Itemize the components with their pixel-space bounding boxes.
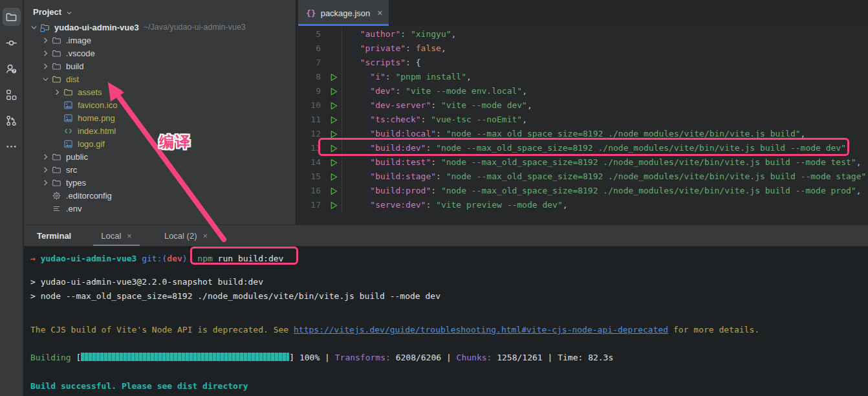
image-file-icon	[63, 138, 75, 149]
tree-item-env[interactable]: .env	[24, 202, 296, 215]
code-line[interactable]: 11 "ts:check": "vue-tsc --noEmit",	[296, 113, 868, 127]
run-script-icon[interactable]	[326, 84, 342, 98]
chevron-right-icon[interactable]	[41, 61, 52, 71]
chevron-right-icon[interactable]	[41, 35, 52, 45]
run-script-icon[interactable]	[326, 184, 342, 198]
tree-item-image[interactable]: .image	[24, 34, 296, 47]
chevron-right-icon[interactable]	[52, 87, 63, 97]
project-panel: Project yudao-ui-admin-vue3 ~/Java/yudao…	[24, 0, 296, 225]
project-tree: yudao-ui-admin-vue3 ~/Java/yudao-ui-admi…	[24, 21, 296, 215]
json-file-icon: {}	[306, 8, 316, 18]
terminal-progress-line: Building [] 100% | Transforms: 6208/6206…	[30, 351, 613, 365]
chevron-down-icon	[65, 9, 73, 17]
run-script-icon[interactable]	[326, 70, 342, 84]
tree-item-public[interactable]: public	[24, 150, 296, 163]
run-script-icon[interactable]	[326, 155, 342, 170]
version-control-tool-icon[interactable]	[3, 111, 21, 129]
folder-icon	[52, 48, 63, 58]
project-root-icon	[40, 22, 52, 32]
editor-area: {} package.json × 5 "author": "xingyu", …	[296, 0, 868, 225]
code-line[interactable]: 17 "serve:dev": "vite preview --mode dev…	[296, 198, 868, 212]
folder-icon	[52, 164, 63, 175]
code-line[interactable]: 14 "build:test": "node --max_old_space_s…	[296, 155, 868, 170]
code-line[interactable]: 5 "author": "xingyu",	[296, 27, 868, 41]
terminal-success-line: Build successful. Please see dist direct…	[30, 379, 248, 393]
folder-icon	[52, 177, 63, 188]
editor-tab-package-json[interactable]: {} package.json ×	[298, 0, 389, 26]
chevron-down-icon[interactable]	[29, 22, 40, 32]
tree-item-src[interactable]: src	[24, 163, 296, 176]
chevron-right-icon[interactable]	[41, 164, 52, 175]
run-script-icon[interactable]	[326, 170, 342, 184]
run-script-icon[interactable]	[326, 198, 342, 212]
html-file-icon	[63, 126, 75, 136]
code-editor[interactable]: 5 "author": "xingyu", 6 "private": false…	[296, 26, 868, 225]
tree-item-root[interactable]: yudao-ui-admin-vue3 ~/Java/yudao-ui-admi…	[24, 21, 296, 34]
activity-bar	[0, 0, 23, 396]
code-line[interactable]: 15 "build:stage": "node --max_old_space_…	[296, 170, 868, 184]
terminal-output-line: > yudao-ui-admin-vue3@2.2.0-snapshot bui…	[30, 275, 263, 289]
terminal-command-npm: npm	[192, 254, 212, 263]
tree-item-assets[interactable]: assets	[24, 85, 296, 98]
image-file-icon	[63, 100, 75, 110]
run-script-icon[interactable]	[326, 141, 342, 155]
code-line[interactable]: 10 "dev-server": "vite --mode dev",	[296, 98, 868, 113]
code-line[interactable]: 8 "i": "pnpm install",	[296, 70, 868, 84]
image-file-icon	[63, 113, 75, 123]
project-tool-icon[interactable]	[3, 8, 21, 26]
folder-icon	[52, 35, 63, 45]
chevron-right-icon[interactable]	[41, 151, 52, 162]
structure-tool-icon[interactable]	[3, 85, 21, 104]
folder-icon	[52, 74, 63, 84]
more-tools-icon[interactable]	[3, 137, 21, 155]
code-line[interactable]: 16 "build:prod": "node --max_old_space_s…	[296, 184, 868, 198]
tree-item-index-html[interactable]: index.html	[24, 124, 296, 137]
project-panel-title: Project	[33, 7, 61, 17]
project-root-path: ~/Java/yudao-ui-admin-vue3	[139, 23, 246, 32]
terminal-output-line: > node --max_old_space_size=8192 ./node_…	[30, 289, 440, 303]
tree-item-types[interactable]: types	[24, 176, 296, 189]
tree-item-home-png[interactable]: home.png	[24, 111, 296, 124]
code-line[interactable]: 6 "private": false,	[296, 41, 868, 56]
code-line[interactable]: 12 "build:local": "node --max_old_space_…	[296, 127, 868, 141]
tree-item-logo-gif[interactable]: logo.gif	[24, 137, 296, 150]
chevron-right-icon[interactable]	[41, 177, 52, 188]
close-icon[interactable]: ×	[127, 231, 132, 241]
code-line[interactable]: 7 "scripts": {	[296, 56, 868, 70]
terminal-header: Terminal Local × Local (2) ×	[24, 225, 868, 247]
chevron-right-icon[interactable]	[41, 48, 52, 58]
terminal-panel: Terminal Local × Local (2) × → yudao-ui-…	[24, 225, 868, 396]
editor-tab-bar: {} package.json ×	[296, 0, 868, 26]
code-line-build-dev[interactable]: 13 "build:dev": "node --max_old_space_si…	[296, 141, 868, 155]
tree-item-build[interactable]: build	[24, 60, 296, 72]
close-icon[interactable]: ×	[374, 8, 382, 18]
tree-item-editorconfig[interactable]: .editorconfig	[24, 189, 296, 202]
terminal-prompt[interactable]: → yudao-ui-admin-vue3 git:(dev) npm run …	[30, 252, 283, 266]
code-line[interactable]: 9 "dev": "vite --mode env.local",	[296, 84, 868, 98]
terminal-tab-local[interactable]: Local ×	[98, 225, 135, 246]
folder-icon	[52, 151, 63, 162]
pull-requests-tool-icon[interactable]	[3, 60, 21, 78]
build-progress-bar	[81, 353, 289, 361]
project-panel-header[interactable]: Project	[24, 0, 296, 21]
gear-icon	[52, 190, 63, 201]
terminal-command-args: run build:dev	[213, 254, 284, 263]
run-script-icon[interactable]	[326, 98, 342, 113]
tree-item-dist[interactable]: dist	[24, 72, 296, 85]
tree-item-favicon[interactable]: favicon.ico	[24, 98, 296, 111]
terminal-tab-local-2[interactable]: Local (2) ×	[162, 225, 210, 246]
ide-window: Project yudao-ui-admin-vue3 ~/Java/yudao…	[0, 0, 868, 396]
text-file-icon	[52, 203, 63, 214]
run-script-icon[interactable]	[326, 113, 342, 127]
troubleshooting-link[interactable]: https://vitejs.dev/guide/troubleshooting…	[294, 325, 668, 335]
run-script-icon[interactable]	[326, 127, 342, 141]
chevron-down-icon[interactable]	[41, 74, 52, 84]
folder-icon	[52, 61, 63, 71]
tree-item-vscode[interactable]: .vscode	[24, 47, 296, 60]
terminal-deprecation-line: The CJS build of Vite's Node API is depr…	[30, 323, 759, 337]
close-icon[interactable]: ×	[202, 231, 208, 241]
terminal-title: Terminal	[37, 231, 71, 241]
commit-tool-icon[interactable]	[3, 34, 21, 52]
folder-icon	[63, 87, 75, 97]
terminal-output[interactable]: → yudao-ui-admin-vue3 git:(dev) npm run …	[24, 247, 868, 396]
